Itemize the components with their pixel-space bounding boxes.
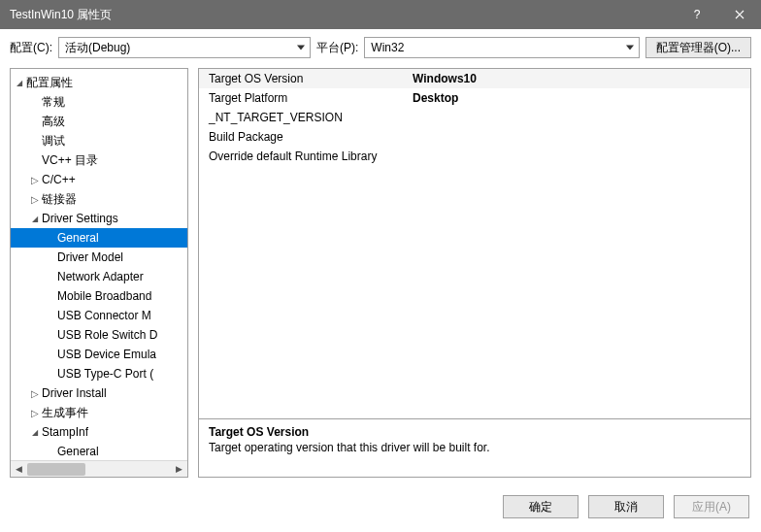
tree-item-label: Network Adapter	[57, 270, 144, 283]
tree-item-label: General	[57, 445, 99, 458]
chevron-down-icon: ◢	[13, 79, 26, 87]
chevron-right-icon: ▷	[28, 408, 42, 418]
property-row[interactable]: Build Package	[199, 127, 750, 147]
property-key: Override default Runtime Library	[209, 150, 413, 163]
scroll-thumb[interactable]	[27, 463, 85, 476]
help-button[interactable]: ?	[676, 0, 718, 29]
ok-button[interactable]: 确定	[503, 495, 579, 518]
tree-item-label: USB Role Switch D	[57, 328, 157, 342]
tree-item-label: 调试	[42, 133, 65, 150]
tree-item-label: Driver Settings	[42, 212, 118, 225]
property-row[interactable]: Target OS VersionWindows10	[199, 69, 750, 88]
config-label: 配置(C):	[10, 40, 52, 56]
scroll-track[interactable]	[27, 461, 171, 478]
tree-item-label: C/C++	[42, 173, 76, 186]
tree-item-label: USB Connector M	[57, 309, 151, 322]
scroll-right-icon[interactable]: ▶	[171, 461, 187, 478]
tree-hscrollbar[interactable]: ◀ ▶	[11, 460, 187, 477]
property-value[interactable]: Windows10	[413, 72, 477, 85]
tree-item-label: 高级	[42, 114, 65, 130]
tree-item-label: Driver Install	[42, 386, 107, 400]
chevron-down-icon: ◢	[28, 215, 42, 223]
tree-item[interactable]: ◢USB Device Emula	[11, 345, 187, 364]
property-key: Build Package	[209, 130, 413, 144]
tree-item[interactable]: ◢USB Role Switch D	[11, 325, 187, 345]
platform-label: 平台(P):	[316, 40, 358, 56]
tree-item[interactable]: ◢常规	[11, 92, 187, 112]
property-key: Target OS Version	[209, 72, 413, 85]
chevron-right-icon: ▷	[28, 175, 42, 185]
tree-item-label: Driver Model	[57, 250, 123, 264]
property-row[interactable]: _NT_TARGET_VERSION	[199, 108, 750, 127]
tree-item[interactable]: ◢配置属性	[11, 73, 187, 92]
description-title: Target OS Version	[209, 425, 741, 439]
chevron-down-icon: ◢	[28, 428, 42, 437]
platform-combo[interactable]	[364, 37, 639, 58]
window-title: TestInWin10 属性页	[10, 7, 676, 23]
apply-button[interactable]: 应用(A)	[674, 495, 749, 518]
footer: 确定 取消 应用(A)	[0, 485, 761, 532]
tree-item-label: General	[57, 231, 99, 245]
close-button[interactable]	[718, 0, 761, 29]
tree-item[interactable]: ◢Network Adapter	[11, 267, 187, 286]
toolbar: 配置(C): 平台(P): 配置管理器(O)...	[0, 29, 761, 66]
content-pane: Target OS VersionWindows10Target Platfor…	[198, 68, 751, 478]
tree-item[interactable]: ▷链接器	[11, 189, 187, 209]
tree-item[interactable]: ◢USB Type-C Port (	[11, 364, 187, 383]
tree-item-label: VC++ 目录	[42, 152, 98, 169]
tree-item-label: USB Type-C Port (	[57, 367, 153, 381]
property-value[interactable]: Desktop	[413, 91, 458, 105]
config-combo[interactable]	[58, 37, 311, 58]
chevron-right-icon: ▷	[28, 194, 42, 205]
tree-item[interactable]: ◢StampInf	[11, 422, 187, 442]
tree-item[interactable]: ▷C/C++	[11, 170, 187, 189]
tree-item[interactable]: ◢调试	[11, 131, 187, 150]
tree-item-label: 生成事件	[42, 405, 88, 421]
close-icon	[735, 10, 744, 19]
config-manager-button[interactable]: 配置管理器(O)...	[645, 37, 751, 58]
description-body: Target operating version that this drive…	[209, 441, 741, 454]
description-box: Target OS Version Target operating versi…	[199, 418, 750, 477]
tree-item-label: USB Device Emula	[57, 348, 156, 361]
tree-item[interactable]: ◢Mobile Broadband	[11, 286, 187, 306]
main-area: ◢配置属性◢常规◢高级◢调试◢VC++ 目录▷C/C++▷链接器◢Driver …	[0, 66, 761, 485]
tree-item-label: Mobile Broadband	[57, 289, 151, 303]
tree-item-label: 常规	[42, 94, 65, 111]
tree-item[interactable]: ◢General	[11, 442, 187, 460]
tree-item[interactable]: ▷生成事件	[11, 403, 187, 422]
tree-item-label: StampInf	[42, 425, 88, 439]
tree-item-label: 配置属性	[26, 75, 73, 91]
tree-item[interactable]: ◢Driver Model	[11, 248, 187, 267]
property-row[interactable]: Target PlatformDesktop	[199, 88, 750, 108]
property-key: Target Platform	[209, 91, 413, 105]
tree-item[interactable]: ◢USB Connector M	[11, 306, 187, 325]
property-grid[interactable]: Target OS VersionWindows10Target Platfor…	[199, 69, 750, 418]
property-row[interactable]: Override default Runtime Library	[199, 147, 750, 166]
tree-item[interactable]: ◢General	[11, 228, 187, 248]
tree-pane: ◢配置属性◢常规◢高级◢调试◢VC++ 目录▷C/C++▷链接器◢Driver …	[10, 68, 188, 478]
titlebar: TestInWin10 属性页 ?	[0, 0, 761, 29]
cancel-button[interactable]: 取消	[588, 495, 664, 518]
tree-item[interactable]: ▷Driver Install	[11, 383, 187, 403]
property-key: _NT_TARGET_VERSION	[209, 111, 413, 124]
tree-item[interactable]: ◢Driver Settings	[11, 209, 187, 228]
tree-item-label: 链接器	[42, 191, 77, 208]
chevron-right-icon: ▷	[28, 388, 42, 399]
property-tree[interactable]: ◢配置属性◢常规◢高级◢调试◢VC++ 目录▷C/C++▷链接器◢Driver …	[11, 69, 187, 460]
tree-item[interactable]: ◢高级	[11, 112, 187, 131]
tree-item[interactable]: ◢VC++ 目录	[11, 150, 187, 170]
scroll-left-icon[interactable]: ◀	[11, 461, 27, 478]
